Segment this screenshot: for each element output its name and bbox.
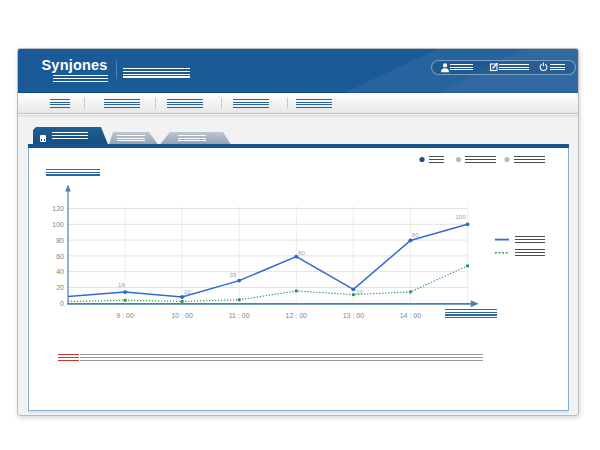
svg-text:0: 0 [60, 300, 64, 307]
svg-text:60: 60 [298, 249, 305, 256]
svg-text:35: 35 [230, 271, 237, 278]
svg-text:80: 80 [412, 231, 419, 238]
svg-text:120: 120 [52, 205, 64, 212]
svg-text:11 : 00: 11 : 00 [229, 312, 250, 319]
svg-text:13 : 00: 13 : 00 [343, 312, 365, 319]
svg-text:60: 60 [56, 253, 64, 260]
svg-text:14 : 00: 14 : 00 [400, 312, 422, 319]
svg-text:40: 40 [56, 268, 64, 275]
svg-text:100: 100 [455, 213, 466, 220]
svg-text:20: 20 [56, 284, 64, 291]
svg-text:10 : 00: 10 : 00 [171, 312, 193, 319]
svg-text:80: 80 [56, 237, 64, 244]
svg-text:10: 10 [184, 288, 191, 295]
svg-text:12 : 00: 12 : 00 [286, 312, 308, 319]
svg-text:9 : 00: 9 : 00 [116, 312, 134, 319]
svg-text:10: 10 [356, 288, 363, 295]
svg-text:100: 100 [52, 221, 64, 228]
svg-text:18: 18 [118, 281, 125, 288]
